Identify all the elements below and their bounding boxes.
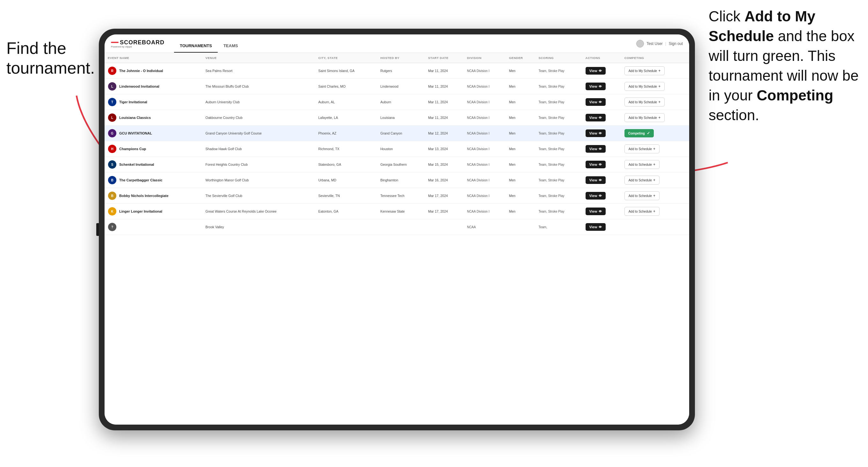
start-date-cell bbox=[425, 219, 464, 235]
venue-cell: Great Waters Course At Reynolds Lake Oco… bbox=[203, 204, 315, 219]
scoring-cell: Team, Stroke Play bbox=[535, 157, 582, 173]
add-to-schedule-button[interactable]: Add to Schedule + bbox=[624, 145, 659, 153]
division-cell: NCAA Division I bbox=[464, 94, 506, 110]
table-row: ? Brook ValleyNCAATeam,View 👁 bbox=[104, 219, 689, 235]
eye-icon: 👁 bbox=[599, 194, 602, 198]
actions-cell: View 👁 bbox=[582, 219, 621, 235]
actions-cell: View 👁 bbox=[582, 157, 621, 173]
event-name-cell: ? bbox=[104, 219, 203, 235]
gender-cell: Men bbox=[506, 188, 535, 204]
plus-icon: + bbox=[653, 193, 655, 198]
start-date-cell: Mar 11, 2024 bbox=[425, 63, 464, 79]
competing-button[interactable]: Competing ✓ bbox=[624, 129, 654, 137]
event-name-cell: H Champions Cup bbox=[104, 141, 203, 157]
nav-tab-teams[interactable]: TEAMS bbox=[218, 34, 244, 53]
col-gender: GENDER bbox=[506, 53, 535, 63]
scoring-cell: Team, Stroke Play bbox=[535, 141, 582, 157]
eye-icon: 👁 bbox=[599, 225, 602, 229]
signout-link[interactable]: Sign out bbox=[669, 41, 683, 46]
col-actions: ACTIONS bbox=[582, 53, 621, 63]
competing-cell: Add to Schedule + bbox=[621, 204, 689, 219]
view-button[interactable]: View 👁 bbox=[586, 176, 606, 184]
actions-cell: View 👁 bbox=[582, 173, 621, 188]
logo-subtext: Powered by clippd bbox=[111, 45, 164, 48]
tablet-screen: SCOREBOARD Powered by clippd TOURNAMENTS… bbox=[104, 34, 689, 425]
hosted-by-cell: Rutgers bbox=[377, 63, 425, 79]
view-button[interactable]: View 👁 bbox=[586, 83, 606, 90]
event-name-cell: K Linger Longer Invitational bbox=[104, 204, 203, 219]
eye-icon: 👁 bbox=[599, 132, 602, 135]
city-state-cell bbox=[315, 219, 377, 235]
view-button[interactable]: View 👁 bbox=[586, 223, 606, 231]
view-button[interactable]: View 👁 bbox=[586, 192, 606, 199]
tournaments-table: EVENT NAME VENUE CITY, STATE HOSTED BY S… bbox=[104, 53, 689, 235]
add-to-schedule-button[interactable]: Add to Schedule + bbox=[624, 176, 659, 185]
team-logo-circle: ? bbox=[108, 223, 116, 231]
view-button[interactable]: View 👁 bbox=[586, 161, 606, 168]
start-date-cell: Mar 11, 2024 bbox=[425, 110, 464, 126]
view-button[interactable]: View 👁 bbox=[586, 98, 606, 106]
header-right: Test User | Sign out bbox=[636, 40, 683, 48]
hosted-by-cell bbox=[377, 219, 425, 235]
table-row: R The Johnnie - O Individual Sea Palms R… bbox=[104, 63, 689, 79]
competing-cell: Add to My Schedule + bbox=[621, 94, 689, 110]
team-logo-circle: L bbox=[108, 82, 116, 91]
actions-cell: View 👁 bbox=[582, 63, 621, 79]
actions-cell: View 👁 bbox=[582, 94, 621, 110]
col-competing: COMPETING bbox=[621, 53, 689, 63]
user-name: Test User bbox=[647, 41, 663, 46]
view-button[interactable]: View 👁 bbox=[586, 208, 606, 215]
venue-cell: Grand Canyon University Golf Course bbox=[203, 126, 315, 141]
tablet-frame: SCOREBOARD Powered by clippd TOURNAMENTS… bbox=[99, 29, 695, 430]
add-to-schedule-button[interactable]: Add to My Schedule + bbox=[624, 66, 665, 75]
plus-icon: + bbox=[653, 178, 655, 182]
venue-cell: The Sevierville Golf Club bbox=[203, 188, 315, 204]
view-button[interactable]: View 👁 bbox=[586, 145, 606, 153]
competing-cell: Add to My Schedule + bbox=[621, 79, 689, 94]
gender-cell: Men bbox=[506, 173, 535, 188]
start-date-cell: Mar 15, 2024 bbox=[425, 157, 464, 173]
scoring-cell: Team, Stroke Play bbox=[535, 126, 582, 141]
add-to-schedule-button[interactable]: Add to My Schedule + bbox=[624, 113, 665, 122]
event-name-text: Tiger Invitational bbox=[119, 100, 147, 104]
team-logo: G bbox=[108, 129, 117, 138]
nav-tab-tournaments[interactable]: TOURNAMENTS bbox=[174, 34, 218, 53]
hosted-by-cell: Louisiana bbox=[377, 110, 425, 126]
nav-tabs: TOURNAMENTS TEAMS bbox=[174, 34, 244, 53]
col-venue: VENUE bbox=[203, 53, 315, 63]
gender-cell: Men bbox=[506, 79, 535, 94]
division-cell: NCAA Division I bbox=[464, 204, 506, 219]
view-button[interactable]: View 👁 bbox=[586, 114, 606, 121]
city-state-cell: Statesboro, GA bbox=[315, 157, 377, 173]
table-row: K Linger Longer Invitational Great Water… bbox=[104, 204, 689, 219]
event-name-text: Louisiana Classics bbox=[119, 116, 151, 120]
table-container[interactable]: EVENT NAME VENUE CITY, STATE HOSTED BY S… bbox=[104, 53, 689, 425]
team-logo-circle: T bbox=[108, 98, 116, 106]
competing-cell: Add to Schedule + bbox=[621, 173, 689, 188]
gender-cell: Men bbox=[506, 94, 535, 110]
hosted-by-cell: Auburn bbox=[377, 94, 425, 110]
add-to-schedule-button[interactable]: Add to My Schedule + bbox=[624, 97, 665, 106]
event-name-cell: L Lindenwood Invitational bbox=[104, 79, 203, 94]
event-name-cell: B Bobby Nichols Intercollegiate bbox=[104, 188, 203, 204]
actions-cell: View 👁 bbox=[582, 188, 621, 204]
table-header-row: EVENT NAME VENUE CITY, STATE HOSTED BY S… bbox=[104, 53, 689, 63]
event-name-cell: T Tiger Invitational bbox=[104, 94, 203, 110]
scoring-cell: Team, Stroke Play bbox=[535, 94, 582, 110]
view-button[interactable]: View 👁 bbox=[586, 67, 606, 74]
add-to-schedule-button[interactable]: Add to My Schedule + bbox=[624, 82, 665, 91]
scoring-cell: Team, Stroke Play bbox=[535, 188, 582, 204]
view-button[interactable]: View 👁 bbox=[586, 129, 606, 137]
division-cell: NCAA Division I bbox=[464, 63, 506, 79]
plus-icon: + bbox=[658, 100, 660, 104]
add-to-schedule-button[interactable]: Add to Schedule + bbox=[624, 191, 659, 200]
hosted-by-cell: Grand Canyon bbox=[377, 126, 425, 141]
table-row: L Louisiana Classics Oakbourne Country C… bbox=[104, 110, 689, 126]
add-to-schedule-button[interactable]: Add to Schedule + bbox=[624, 207, 659, 216]
city-state-cell: Eatonton, GA bbox=[315, 204, 377, 219]
plus-icon: + bbox=[658, 84, 660, 89]
start-date-cell: Mar 12, 2024 bbox=[425, 126, 464, 141]
add-to-schedule-button[interactable]: Add to Schedule + bbox=[624, 160, 659, 169]
team-logo: B bbox=[108, 176, 117, 185]
division-cell: NCAA Division I bbox=[464, 110, 506, 126]
